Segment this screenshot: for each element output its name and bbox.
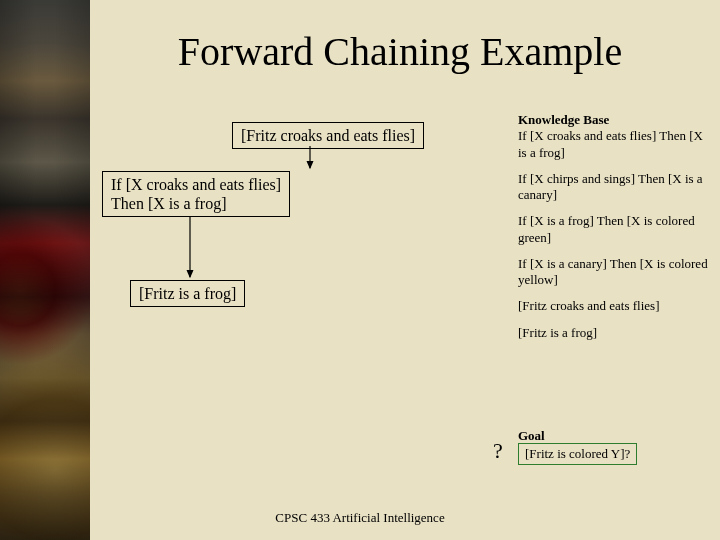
kb-header: Knowledge Base <box>518 112 713 128</box>
kb-rule-1: If [X croaks and eats flies] Then [X is … <box>518 128 713 161</box>
kb-fact-2: [Fritz is a frog] <box>518 325 713 341</box>
rule-box-1: If [X croaks and eats flies] Then [X is … <box>102 171 290 217</box>
slide-title: Forward Chaining Example <box>95 28 705 75</box>
kb-rule-4: If [X is a canary] Then [X is colored ye… <box>518 256 713 289</box>
kb-fact-1: [Fritz croaks and eats flies] <box>518 298 713 314</box>
goal-label: Goal <box>518 428 545 444</box>
fact-box-2: [Fritz is a frog] <box>130 280 245 307</box>
decorative-side-image <box>0 0 90 540</box>
question-mark: ? <box>493 438 503 464</box>
fact-box-1: [Fritz croaks and eats flies] <box>232 122 424 149</box>
knowledge-base: Knowledge Base If [X croaks and eats fli… <box>518 112 713 351</box>
goal-box: [Fritz is colored Y]? <box>518 443 637 465</box>
kb-rule-3: If [X is a frog] Then [X is colored gree… <box>518 213 713 246</box>
footer: CPSC 433 Artificial Intelligence <box>0 510 720 526</box>
kb-rule-2: If [X chirps and sings] Then [X is a can… <box>518 171 713 204</box>
slide: Forward Chaining Example [Fritz croaks a… <box>0 0 720 540</box>
